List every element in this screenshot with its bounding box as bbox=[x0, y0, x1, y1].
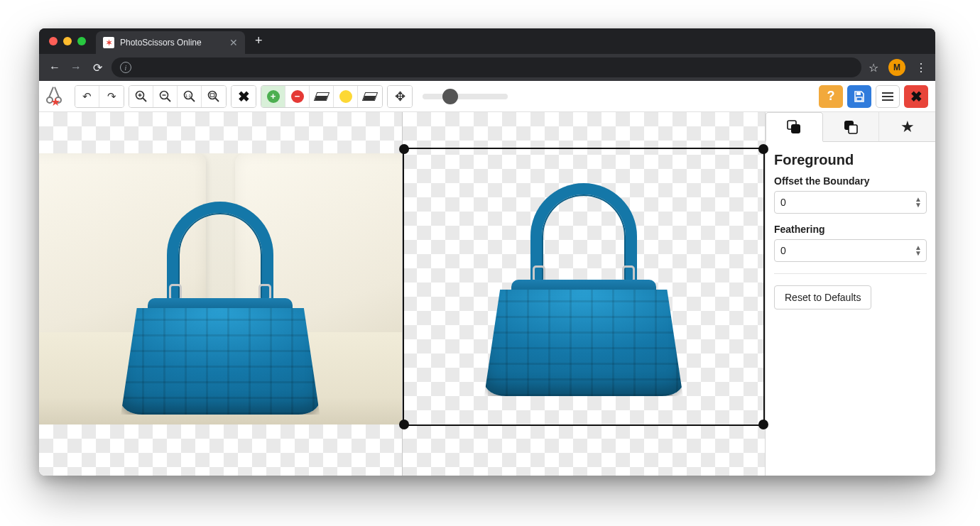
panel-title: Foreground bbox=[774, 152, 927, 168]
new-tab-button[interactable]: + bbox=[245, 33, 273, 54]
eraser-button[interactable] bbox=[310, 86, 334, 107]
clear-group: ✖ bbox=[231, 85, 256, 108]
help-button[interactable]: ? bbox=[819, 85, 843, 108]
app-close-button[interactable]: ✖ bbox=[904, 85, 928, 108]
result-canvas[interactable] bbox=[402, 112, 766, 476]
browser-titlebar: ✶ PhotoScissors Online ✕ + bbox=[39, 28, 935, 54]
crop-handle-bottom-left[interactable] bbox=[399, 420, 409, 429]
tab-background[interactable] bbox=[823, 112, 880, 141]
nav-back-icon[interactable]: ← bbox=[48, 61, 62, 74]
redo-button[interactable]: ↷ bbox=[99, 86, 124, 107]
reset-label: Reset to Defaults bbox=[785, 292, 861, 303]
mark-highlight-button[interactable] bbox=[334, 86, 358, 107]
crop-handle-top-right[interactable] bbox=[758, 144, 768, 154]
nav-forward-icon[interactable]: → bbox=[69, 61, 83, 74]
bookmark-icon[interactable]: ☆ bbox=[869, 61, 878, 75]
svg-rect-12 bbox=[210, 93, 214, 96]
svg-rect-19 bbox=[791, 124, 800, 133]
tab-effects[interactable]: ★ bbox=[879, 112, 935, 141]
tab-foreground[interactable] bbox=[766, 112, 823, 142]
foreground-tab-icon bbox=[785, 119, 802, 135]
panel-divider bbox=[774, 273, 927, 274]
browser-toolbar: ← → ⟳ i ☆ M ⋮ bbox=[39, 54, 935, 81]
eraser-icon bbox=[363, 93, 377, 100]
svg-line-8 bbox=[191, 98, 195, 102]
marker-group bbox=[261, 85, 383, 108]
app-root: ★ ↶ ↷ 1:1 ✖ bbox=[39, 81, 935, 476]
browser-menu-icon[interactable]: ⋮ bbox=[915, 61, 927, 75]
tab-close-icon[interactable]: ✕ bbox=[229, 38, 238, 48]
brush-size-slider[interactable] bbox=[423, 94, 508, 99]
app-toolbar: ★ ↶ ↷ 1:1 ✖ bbox=[39, 81, 935, 112]
site-info-icon[interactable]: i bbox=[120, 62, 131, 73]
window-close-icon[interactable] bbox=[49, 37, 58, 45]
browser-window: ✶ PhotoScissors Online ✕ + ← → ⟳ i ☆ M ⋮ bbox=[39, 28, 935, 476]
zoom-out-button[interactable] bbox=[153, 86, 178, 107]
app-logo-icon: ★ bbox=[46, 87, 66, 106]
undo-button[interactable]: ↶ bbox=[75, 86, 99, 107]
zoom-in-button[interactable] bbox=[129, 86, 153, 107]
original-canvas[interactable] bbox=[39, 112, 402, 476]
workspace: ★ Foreground Offset the Boundary 0 ▲▼ Fe… bbox=[39, 112, 935, 476]
properties-tabs: ★ bbox=[766, 112, 935, 142]
history-group: ↶ ↷ bbox=[75, 85, 124, 108]
svg-line-5 bbox=[167, 98, 170, 102]
cutout-handbag bbox=[484, 183, 683, 396]
window-minimize-icon[interactable] bbox=[63, 37, 72, 45]
address-bar[interactable]: i bbox=[111, 57, 861, 77]
window-controls bbox=[42, 37, 93, 54]
move-tool-button[interactable]: ✥ bbox=[388, 86, 412, 107]
feathering-label: Feathering bbox=[774, 224, 927, 235]
nav-reload-icon[interactable]: ⟳ bbox=[90, 61, 104, 75]
select-caret-icon: ▲▼ bbox=[915, 197, 920, 208]
feathering-value: 0 bbox=[780, 245, 786, 256]
zoom-group: 1:1 bbox=[129, 85, 227, 108]
offset-label: Offset the Boundary bbox=[774, 175, 927, 187]
mark-background-button[interactable] bbox=[285, 86, 310, 107]
menu-icon bbox=[881, 92, 894, 102]
properties-panel: ★ Foreground Offset the Boundary 0 ▲▼ Fe… bbox=[765, 112, 935, 476]
save-icon bbox=[853, 90, 866, 103]
crop-handle-bottom-right[interactable] bbox=[758, 420, 768, 429]
subject-handbag bbox=[121, 202, 320, 415]
reset-defaults-button[interactable]: Reset to Defaults bbox=[774, 285, 871, 309]
background-tab-icon bbox=[842, 119, 859, 135]
eraser-icon bbox=[315, 93, 329, 100]
crop-handle-top-left[interactable] bbox=[399, 144, 409, 154]
svg-text:1:1: 1:1 bbox=[185, 93, 191, 97]
offset-select[interactable]: 0 ▲▼ bbox=[774, 191, 927, 214]
tab-title: PhotoScissors Online bbox=[120, 38, 202, 48]
close-icon: ✖ bbox=[910, 88, 922, 105]
effects-tab-icon: ★ bbox=[900, 118, 915, 136]
profile-avatar[interactable]: M bbox=[888, 59, 905, 76]
original-image bbox=[39, 153, 402, 424]
svg-rect-21 bbox=[849, 125, 857, 133]
svg-line-1 bbox=[143, 98, 146, 102]
mark-foreground-button[interactable] bbox=[261, 86, 285, 107]
svg-rect-14 bbox=[856, 97, 862, 101]
window-zoom-icon[interactable] bbox=[77, 37, 86, 45]
svg-point-10 bbox=[209, 91, 217, 99]
select-caret-icon: ▲▼ bbox=[915, 245, 920, 256]
eraser-alt-button[interactable] bbox=[358, 86, 382, 107]
app-menu-button[interactable] bbox=[876, 85, 900, 108]
clear-marks-button[interactable]: ✖ bbox=[232, 86, 256, 107]
zoom-actual-button[interactable]: 1:1 bbox=[178, 86, 202, 107]
svg-line-11 bbox=[215, 98, 219, 102]
feathering-select[interactable]: 0 ▲▼ bbox=[774, 239, 927, 262]
move-group: ✥ bbox=[387, 85, 413, 108]
tab-favicon-icon: ✶ bbox=[103, 37, 114, 48]
offset-value: 0 bbox=[780, 197, 786, 208]
browser-tab[interactable]: ✶ PhotoScissors Online ✕ bbox=[96, 31, 245, 54]
zoom-fit-button[interactable] bbox=[202, 86, 226, 107]
crop-rectangle[interactable] bbox=[403, 148, 766, 426]
save-button[interactable] bbox=[847, 85, 871, 108]
slider-thumb[interactable] bbox=[442, 89, 458, 104]
svg-rect-13 bbox=[856, 92, 861, 95]
